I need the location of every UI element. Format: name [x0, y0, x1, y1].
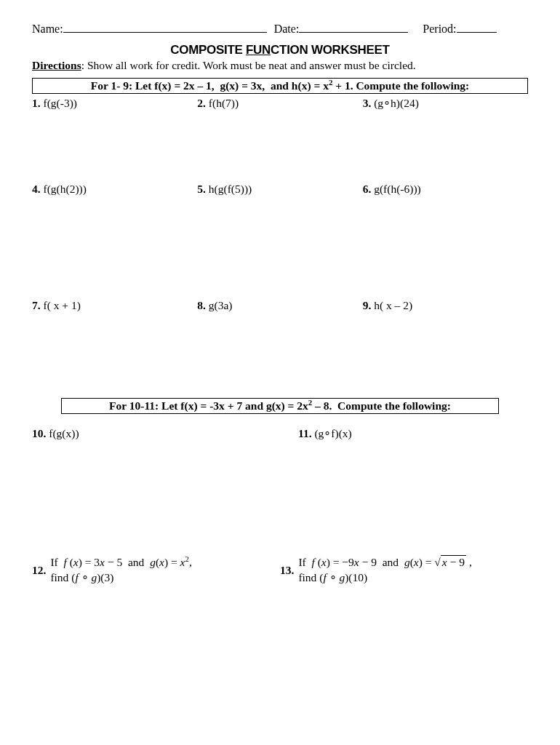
directions-label: Directions	[32, 59, 81, 71]
problem-10: 10. f(g(x))	[32, 427, 262, 446]
problem-text: (g∘f)(x)	[314, 427, 351, 439]
problem-2: 2. f(h(7))	[197, 97, 362, 116]
problem-text: f(g(x))	[49, 427, 79, 439]
directions-text: : Show all work for credit. Work must be…	[81, 59, 416, 71]
problem-text: f(g(-3))	[44, 97, 77, 109]
problem-text: (g∘h)(24)	[374, 97, 419, 109]
problem-text: h( x – 2)	[374, 299, 412, 311]
date-input-line[interactable]	[299, 22, 408, 33]
problem-row-7-9: 7. f( x + 1) 8. g(3a) 9. h( x – 2)	[32, 299, 528, 318]
problem-1: 1. f(g(-3))	[32, 97, 197, 116]
problem-num: 9.	[363, 299, 372, 311]
section-1-header: For 1- 9: Let f(x) = 2x – 1, g(x) = 3x, …	[32, 78, 528, 94]
problem-text: f( x + 1)	[44, 299, 81, 311]
problem-num: 12.	[32, 564, 46, 577]
problem-7: 7. f( x + 1)	[32, 299, 197, 318]
title-fun: FUN	[246, 43, 271, 57]
problem-content: If f (x) = −9x − 9 and g(x) = √x − 9 , f…	[298, 555, 471, 586]
worksheet-page: Name: Date: Period: COMPOSITE FUNCTION W…	[0, 0, 560, 607]
name-input-line[interactable]	[63, 22, 267, 33]
date-label: Date:	[274, 23, 300, 36]
problem-num: 8.	[197, 299, 206, 311]
problem-row-10-11: 10. f(g(x)) 11. (g∘f)(x)	[32, 427, 528, 446]
problem-8: 8. g(3a)	[197, 299, 362, 318]
problem-num: 6.	[363, 183, 372, 195]
problem-content: If f (x) = 3x − 5 and g(x) = x2, find (f…	[50, 555, 191, 586]
problem-9: 9. h( x – 2)	[363, 299, 528, 318]
period-label: Period:	[423, 23, 456, 36]
problem-num: 1.	[32, 97, 41, 109]
problem-num: 7.	[32, 299, 41, 311]
section-2-header: For 10-11: Let f(x) = -3x + 7 and g(x) =…	[61, 398, 499, 414]
header-fields: Name: Date: Period:	[32, 22, 528, 36]
problem-12: 12. If f (x) = 3x − 5 and g(x) = x2, fin…	[32, 555, 280, 586]
problem-6: 6. g(f(h(-6)))	[363, 183, 528, 202]
problem-num: 13.	[280, 564, 294, 577]
problem-row-12-13: 12. If f (x) = 3x − 5 and g(x) = x2, fin…	[32, 555, 528, 586]
problem-3: 3. (g∘h)(24)	[363, 97, 528, 116]
worksheet-title: COMPOSITE FUNCTION WORKSHEET	[32, 43, 528, 57]
title-pre: COMPOSITE	[170, 43, 246, 57]
problem-5: 5. h(g(f(5)))	[197, 183, 362, 202]
problem-num: 2.	[197, 97, 206, 109]
problem-text: f(h(7))	[209, 97, 239, 109]
problem-row-1-3: 1. f(g(-3)) 2. f(h(7)) 3. (g∘h)(24)	[32, 97, 528, 116]
problem-text: g(3a)	[209, 299, 233, 311]
problem-11: 11. (g∘f)(x)	[262, 427, 528, 446]
problem-text: g(f(h(-6)))	[374, 183, 421, 195]
problem-4: 4. f(g(h(2)))	[32, 183, 197, 202]
problem-num: 10.	[32, 427, 46, 439]
problem-text: h(g(f(5)))	[209, 183, 252, 195]
problem-num: 11.	[298, 427, 312, 439]
period-input-line[interactable]	[457, 22, 497, 33]
problem-13: 13. If f (x) = −9x − 9 and g(x) = √x − 9…	[280, 555, 528, 586]
title-post: CTION WORKSHEET	[271, 43, 390, 57]
problem-text: f(g(h(2)))	[44, 183, 87, 195]
problem-num: 4.	[32, 183, 41, 195]
problem-num: 3.	[363, 97, 372, 109]
problem-row-4-6: 4. f(g(h(2))) 5. h(g(f(5))) 6. g(f(h(-6)…	[32, 183, 528, 202]
problem-num: 5.	[197, 183, 206, 195]
name-label: Name:	[32, 23, 63, 36]
directions: Directions: Show all work for credit. Wo…	[32, 59, 528, 72]
